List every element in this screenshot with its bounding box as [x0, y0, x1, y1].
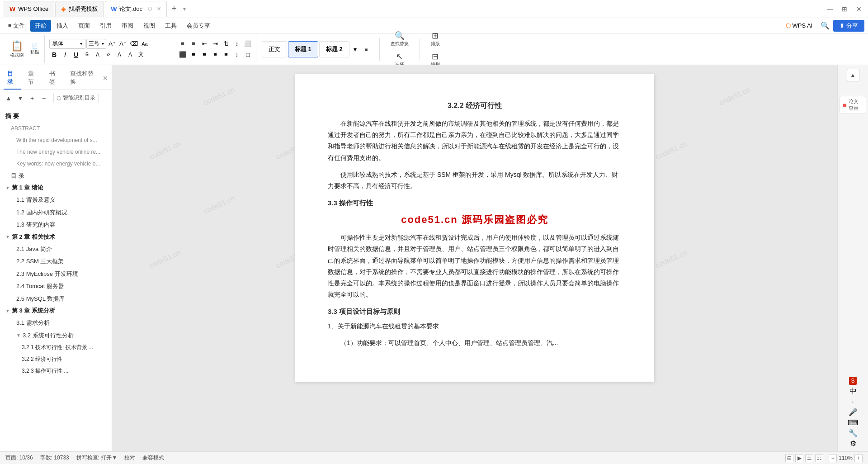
line-spacing-button[interactable]: ↕ — [232, 39, 242, 49]
font-extra-button[interactable]: 文 — [136, 50, 146, 60]
find-replace-button[interactable]: 🔍 查找替换 — [387, 29, 412, 49]
align-center-button[interactable]: ≡ — [189, 50, 198, 60]
close-button[interactable]: ✕ — [854, 4, 864, 14]
toc-item-keywords[interactable]: Key words: new energy vehicle o... — [0, 158, 112, 170]
font-color-button[interactable]: A — [93, 50, 103, 60]
proofread-button[interactable]: 校对 — [124, 454, 135, 462]
share-button[interactable]: ⬆ 分享 — [833, 20, 864, 32]
menu-file[interactable]: ≡ 文件 — [4, 20, 29, 32]
toc-item-1-3[interactable]: 1.3 研究的内容 — [0, 218, 112, 231]
underline-button[interactable]: U — [71, 50, 81, 60]
new-tab-button[interactable]: + — [168, 3, 180, 15]
align-right-button[interactable]: ≡ — [199, 50, 209, 60]
menu-view[interactable]: 视图 — [139, 20, 160, 32]
align-left-button[interactable]: ⬛ — [178, 50, 188, 60]
menu-review[interactable]: 审阅 — [117, 20, 138, 32]
menu-start[interactable]: 开始 — [30, 20, 51, 32]
view-mode-2[interactable]: ▶ — [795, 454, 803, 462]
toc-item-2-1[interactable]: 2.1 Java 简介 — [0, 243, 112, 256]
doc-tab-close[interactable]: ✕ — [157, 6, 161, 12]
dot-icon[interactable]: · — [852, 398, 854, 406]
settings-icon[interactable]: ⚙ — [850, 439, 856, 448]
sidebar-tab-chapter[interactable]: 章节 — [24, 67, 42, 90]
sogou-icon[interactable]: S — [849, 377, 856, 385]
indent-inc-button[interactable]: ⇥ — [210, 39, 220, 49]
wps-ai-button[interactable]: ⬡ WPS AI — [781, 20, 817, 31]
search-icon[interactable]: 🔍 — [821, 21, 830, 30]
font-increase-button[interactable]: A⁺ — [107, 39, 117, 49]
superscript-button[interactable]: x² — [104, 50, 113, 60]
zoom-in-button[interactable]: + — [854, 454, 863, 462]
spell-check[interactable]: 拼写检查: 打开▼ — [76, 454, 118, 462]
toc-item-3-2-1[interactable]: 3.2.1 技术可行性: 技术背景 ... — [0, 341, 112, 353]
font-clear-button[interactable]: Aa — [140, 39, 150, 49]
review-button[interactable]: ◼ 论文查重 — [840, 96, 866, 114]
font-selector[interactable]: 黑体 ▾ — [49, 39, 85, 49]
toc-item-abstract-text1[interactable]: With the rapid development of s... — [0, 134, 112, 146]
toc-up-button[interactable]: ▲ — [4, 93, 14, 103]
toc-down-button[interactable]: ▼ — [15, 93, 25, 103]
doc-tab-icons[interactable]: ⬡ — [148, 6, 152, 12]
tab-menu-arrow[interactable]: ▾ — [181, 6, 188, 12]
font-decrease-button[interactable]: A⁻ — [118, 39, 128, 49]
toc-item-2-3[interactable]: 2.3 MyEclipse 开发环境 — [0, 268, 112, 280]
tab-wps[interactable]: W WPS Office — [4, 1, 54, 17]
styles-expand-button[interactable]: ▾ — [350, 44, 360, 54]
style-normal[interactable]: 正文 — [262, 41, 287, 57]
toc-item-3-1[interactable]: 3.1 需求分析 — [0, 317, 112, 329]
toc-add-button[interactable]: + — [27, 93, 37, 103]
toc-item-3-2-3[interactable]: 3.2.3 操作可行性 ... — [0, 365, 112, 377]
font-size-selector[interactable]: 三号 ▾ — [86, 39, 106, 49]
sidebar-tab-bookmark[interactable]: 书签 — [46, 67, 63, 90]
toc-item-contents[interactable]: 目 录 — [0, 170, 112, 182]
toc-remove-button[interactable]: − — [39, 93, 49, 103]
toc-chapter-3[interactable]: ▼ 第 3 章 系统分析 — [0, 305, 112, 317]
italic-button[interactable]: I — [60, 50, 70, 60]
toc-item-abstract[interactable]: 摘 要 — [0, 110, 112, 123]
toc-chapter-1[interactable]: ▼ 第 1 章 绪论 — [0, 182, 112, 194]
toc-item-2-2[interactable]: 2.2 SSM 三大框架 — [0, 255, 112, 268]
ordered-list-button[interactable]: ≡ — [189, 39, 198, 49]
zoom-out-button[interactable]: − — [829, 454, 837, 462]
restore-button[interactable]: ⊞ — [839, 4, 850, 14]
strikethrough-button[interactable]: S̶ — [82, 50, 92, 60]
mic-icon[interactable]: 🎤 — [849, 408, 858, 417]
toc-item-3-2-2[interactable]: 3.2.2 经济可行性 — [0, 353, 112, 365]
sidebar-close-button[interactable]: ✕ — [103, 75, 108, 82]
paste-button[interactable]: 📄 粘贴 — [28, 43, 42, 56]
para-spacing-button[interactable]: ↕ — [232, 50, 242, 60]
view-mode-4[interactable]: ☷ — [815, 454, 823, 462]
toc-item-abstract-en[interactable]: ABSTRACT — [0, 123, 112, 134]
view-mode-1[interactable]: ⊟ — [785, 454, 793, 462]
menu-citation[interactable]: 引用 — [95, 20, 116, 32]
style-h1[interactable]: 标题 1 — [288, 41, 318, 57]
clear-format-button[interactable]: ⌫ — [129, 39, 139, 49]
toc-item-newenergy[interactable]: The new energy vehicle online re... — [0, 146, 112, 158]
sidebar-tab-toc[interactable]: 目录 — [4, 67, 21, 90]
toc-item-1-2[interactable]: 1.2 国内外研究概况 — [0, 206, 112, 219]
tools-icon[interactable]: 🔧 — [849, 429, 858, 437]
menu-insert[interactable]: 插入 — [52, 20, 73, 32]
menu-vip[interactable]: 会员专享 — [182, 20, 215, 32]
menu-page[interactable]: 页面 — [74, 20, 94, 32]
ai-toc-button[interactable]: ⬡ 智能识别目录 — [53, 93, 99, 103]
list-button[interactable]: ≡ — [178, 39, 188, 49]
highlight-button[interactable]: A — [125, 50, 135, 60]
chinese-icon[interactable]: 中 — [849, 387, 857, 396]
toc-item-2-5[interactable]: 2.5 MySQL 数据库 — [0, 293, 112, 305]
view-mode-3[interactable]: ☰ — [805, 454, 813, 462]
tab-doc[interactable]: W 论文.doc ⬡ ✕ — [105, 1, 167, 17]
menu-tools[interactable]: 工具 — [160, 20, 181, 32]
align-distribute-button[interactable]: ≡ — [221, 50, 231, 60]
styles-settings-button[interactable]: ≡ — [361, 44, 371, 54]
toc-item-2-4[interactable]: 2.4 Tomcat 服务器 — [0, 280, 112, 293]
scroll-up-button[interactable]: ▲ — [847, 69, 859, 81]
align-justify-button[interactable]: ≡ — [210, 50, 220, 60]
tab-template[interactable]: ◈ 找稻壳模板 — [55, 1, 104, 17]
toc-item-3-2[interactable]: ▼3.2 系统可行性分析 — [0, 329, 112, 342]
toc-chapter-2[interactable]: ▼ 第 2 章 相关技术 — [0, 231, 112, 243]
minimize-button[interactable]: — — [825, 4, 835, 14]
borders-button[interactable]: ⬜ — [243, 39, 253, 49]
shading-button[interactable]: ◻ — [243, 50, 253, 60]
toc-item-1-1[interactable]: 1.1 背景及意义 — [0, 194, 112, 206]
